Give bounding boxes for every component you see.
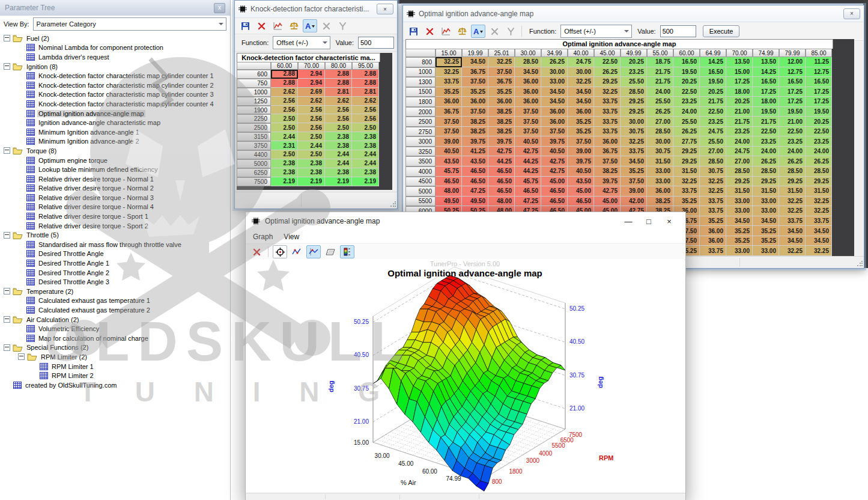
table-cell[interactable]: 33.75 [779,216,806,227]
table-cell[interactable]: 45.00 [594,197,621,207]
function-select[interactable]: Offset (+/-) [560,25,632,38]
table-cell[interactable]: 26.25 [779,156,806,166]
col-header[interactable]: 25.01 [488,49,515,57]
col-header[interactable]: 55.00 [647,49,673,57]
table-cell[interactable]: 36.00 [462,97,488,107]
table-cell[interactable]: 2.44 [325,159,352,168]
table-cell[interactable]: 28.50 [726,166,753,177]
table-cell[interactable]: 38.25 [462,117,488,127]
row-header[interactable]: 4400 [237,150,271,159]
table-cell[interactable]: 21.75 [647,77,673,87]
table-cell[interactable]: 36.75 [436,107,462,117]
table-cell[interactable]: 32.25 [806,206,832,216]
table-cell[interactable]: 2.44 [271,132,298,141]
col-header[interactable]: 40.00 [568,49,594,57]
table-cell[interactable]: 36.00 [515,97,541,107]
table-cell[interactable]: 2.19 [325,177,352,186]
table-cell[interactable]: 24.00 [673,107,700,117]
table-cell[interactable]: 27.00 [700,147,726,157]
table-cell[interactable]: 2.88 [271,79,298,88]
table-cell[interactable]: 15.00 [726,67,753,78]
table-cell[interactable]: 2.56 [352,114,379,123]
compare-scales-icon[interactable] [455,25,469,38]
table-cell[interactable]: 36.00 [515,77,541,87]
table-cell[interactable]: 46.50 [515,186,541,197]
table-cell[interactable]: 2.50 [271,150,298,159]
table-cell[interactable]: 2.38 [298,168,325,177]
table-cell[interactable]: 36.00 [568,107,594,117]
compare-scales-icon[interactable] [287,19,301,32]
table-cell[interactable]: 39.75 [488,136,515,147]
table-cell[interactable]: 33.75 [594,117,621,127]
table-cell[interactable]: 17.25 [753,87,779,97]
table-cell[interactable]: 39.00 [436,136,462,147]
knock-titlebar[interactable]: Knock-detection factor characteristi... … [235,1,397,18]
table-cell[interactable]: 31.50 [726,186,753,197]
table-cell[interactable]: 36.75 [488,77,515,87]
table-cell[interactable]: 26.25 [806,156,832,166]
table-cell[interactable]: 12.00 [779,57,806,67]
table-cell[interactable]: 36.00 [436,97,462,107]
row-header[interactable]: 5500 [405,197,436,207]
table-cell[interactable]: 33.00 [726,206,753,216]
table-cell[interactable]: 24.00 [647,87,673,97]
table-cell[interactable]: 31.50 [779,186,806,197]
collapse-icon[interactable] [4,288,10,294]
table-cell[interactable]: 23.25 [673,97,700,107]
table-cell[interactable]: 23.25 [806,136,832,147]
table-cell[interactable]: 34.50 [779,236,806,246]
row-header[interactable]: 5000 [405,186,436,197]
table-cell[interactable]: 39.75 [568,156,594,166]
col-header[interactable]: 60.00 [271,62,298,70]
table-cell[interactable]: 35.25 [621,166,647,177]
tree-item[interactable]: Relative driver desire torque - Sport 1 [0,212,230,221]
table-cell[interactable]: 48.00 [436,186,462,197]
table-cell[interactable]: 2.38 [298,159,325,168]
table-cell[interactable]: 37.50 [515,107,541,117]
table-cell[interactable]: 21.00 [779,117,806,127]
table-cell[interactable]: 2.38 [325,132,352,141]
table-cell[interactable]: 33.75 [621,147,647,157]
table-cell[interactable]: 33.75 [700,197,726,207]
table-cell[interactable]: 2.56 [298,123,325,132]
row-header[interactable]: 3150 [237,132,271,141]
minimize-icon[interactable]: — [618,214,639,228]
table-cell[interactable]: 35.25 [753,226,779,236]
table-cell[interactable]: 27.75 [673,136,700,147]
table-cell[interactable]: 21.75 [700,97,726,107]
table-cell[interactable]: 38.25 [488,117,515,127]
table-cell[interactable]: 17.25 [779,87,806,97]
crosshair-tool-icon[interactable] [273,245,287,258]
table-cell[interactable]: 38.25 [462,127,488,137]
table-cell[interactable]: 22.50 [700,107,726,117]
table-cell[interactable]: 48.00 [488,197,515,207]
table-cell[interactable]: 46.50 [541,186,568,197]
table-cell[interactable]: 33.00 [726,197,753,207]
table-cell[interactable]: 19.50 [673,67,700,78]
table-cell[interactable]: 40.50 [541,147,568,157]
table-cell[interactable]: 2.88 [352,79,379,88]
table-cell[interactable]: 2.50 [271,114,298,123]
table-cell[interactable]: 38.25 [488,107,515,117]
graph-view-icon[interactable] [439,25,453,38]
table-cell[interactable]: 2.44 [352,159,379,168]
close-icon[interactable]: x [214,3,225,13]
col-header[interactable]: 45.00 [594,49,621,57]
table-cell[interactable]: 35.25 [753,236,779,246]
table-cell[interactable]: 20.25 [806,117,832,127]
table-cell[interactable]: 37.50 [462,77,488,87]
value-input[interactable] [358,37,394,49]
table-cell[interactable]: 14.25 [700,57,726,67]
col-header[interactable]: 30.00 [515,49,541,57]
table-cell[interactable]: 39.00 [568,147,594,157]
delete-icon[interactable] [254,19,269,32]
table-cell[interactable]: 19.50 [806,107,832,117]
table-cell[interactable]: 30.75 [647,147,673,157]
table-cell[interactable]: 36.00 [700,226,726,236]
tree-folder[interactable]: Special Functions (2) [0,343,230,353]
table-cell[interactable]: 30.00 [568,67,594,78]
tree-item[interactable]: Map for calculation of nominal charge [0,334,230,343]
table-cell[interactable]: 26.25 [647,107,673,117]
table-cell[interactable]: 26.25 [594,67,621,78]
row-header[interactable]: 1500 [405,87,436,97]
